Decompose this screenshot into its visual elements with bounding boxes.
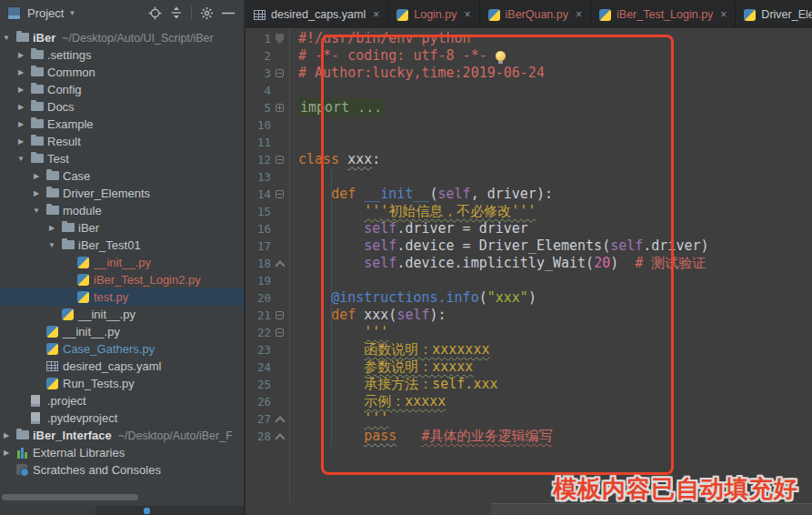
line-number[interactable]: 5 (246, 99, 271, 116)
line-number[interactable]: 27 (246, 410, 271, 428)
expand-arrow-icon[interactable]: ▶ (1, 444, 12, 461)
line-number[interactable]: 10 (246, 116, 271, 134)
code-line-11[interactable]: 11 (246, 134, 812, 151)
expand-arrow-icon[interactable]: ▶ (15, 116, 26, 133)
code-line-22[interactable]: 22 ''' (246, 324, 812, 341)
fold-marker-minus-icon[interactable] (275, 307, 286, 324)
line-number[interactable]: 21 (246, 307, 271, 324)
code-line-16[interactable]: 16 self.driver = driver (246, 220, 812, 237)
code-line-23[interactable]: 23 函数说明：xxxxxxx (246, 341, 812, 358)
fold-marker-tag-icon[interactable] (275, 30, 286, 47)
code-line-10[interactable]: 10 (246, 116, 812, 134)
tree-item-Docs[interactable]: ▶Docs (0, 98, 244, 116)
tree-item-iBer_Test01[interactable]: ▼iBer_Test01 (0, 237, 244, 254)
line-number[interactable]: 22 (246, 324, 271, 341)
collapse-arrow-icon[interactable]: ▼ (46, 237, 57, 254)
project-panel-title[interactable]: Project (27, 6, 64, 20)
code-line-25[interactable]: 25 承接方法：self.xxx (246, 376, 812, 393)
tree-item-iBer_Test_Login2.py[interactable]: iBer_Test_Login2.py (0, 271, 244, 288)
code-line-15[interactable]: 15 '''初始信息，不必修改''' (246, 203, 812, 220)
tree-item-Scratches-and-Consoles[interactable]: Scratches and Consoles (0, 461, 244, 479)
code-line-17[interactable]: 17 self.device = Driver_Elements(self.dr… (246, 237, 812, 255)
tree-item-module[interactable]: ▼module (0, 202, 244, 219)
tree-item-Driver_Elements[interactable]: ▶Driver_Elements (0, 185, 244, 202)
expand-arrow-icon[interactable]: ▶ (31, 185, 42, 202)
fold-marker-up-icon[interactable] (275, 428, 286, 445)
tab-iBer_Test_Login.py[interactable]: iBer_Test_Login.py× (591, 2, 736, 27)
expand-arrow-icon[interactable]: ▶ (15, 133, 26, 150)
line-number[interactable]: 16 (246, 220, 271, 237)
expand-arrow-icon[interactable]: ▶ (31, 167, 42, 185)
tree-item-Common[interactable]: ▶Common (0, 64, 244, 81)
chevron-down-icon[interactable]: ▼ (68, 9, 75, 17)
tree-item-Case[interactable]: ▶Case (0, 167, 244, 185)
tree-item-Result[interactable]: ▶Result (0, 133, 244, 150)
locate-icon[interactable] (148, 6, 162, 20)
line-number[interactable]: 23 (246, 341, 271, 358)
line-number[interactable]: 15 (246, 203, 271, 220)
tree-item-Example[interactable]: ▶Example (0, 116, 244, 133)
expand-arrow-icon[interactable]: ▶ (15, 64, 26, 81)
tree-item-test.py[interactable]: test.py (0, 288, 244, 306)
collapse-arrow-icon[interactable]: ▼ (1, 29, 12, 46)
tab-iBerQuan.py[interactable]: iBerQuan.py× (480, 2, 592, 27)
tree-item-__init__.py[interactable]: __init__.py (0, 254, 244, 271)
code-line-13[interactable]: 13 (246, 168, 812, 186)
code-line-2[interactable]: 2# -*- coding: utf-8 -*- (246, 47, 812, 65)
expand-arrow-icon[interactable]: ▶ (1, 427, 12, 444)
tree-item-iBer[interactable]: ▶iBer (0, 219, 244, 237)
settings-icon[interactable] (200, 6, 214, 20)
tree-item-External-Libraries[interactable]: ▶External Libraries (0, 444, 244, 461)
line-number[interactable]: 2 (246, 47, 271, 65)
line-number[interactable]: 12 (246, 151, 271, 168)
expand-arrow-icon[interactable]: ▶ (15, 98, 26, 116)
fold-marker-plus-icon[interactable] (275, 99, 286, 116)
hide-panel-icon[interactable]: — (222, 8, 235, 17)
horizontal-scrollbar-thumb[interactable] (2, 494, 138, 500)
code-line-3[interactable]: 3# Author:lucky,time:2019-06-24 (246, 65, 812, 82)
line-number[interactable]: 20 (246, 289, 271, 307)
tree-item-iBer_Interface[interactable]: ▶iBer_Interface~/Desktop/Auto/iBer_F (0, 427, 244, 444)
line-number[interactable]: 18 (246, 255, 271, 272)
line-number[interactable]: 24 (246, 358, 271, 376)
expand-arrow-icon[interactable]: ▶ (15, 81, 26, 98)
code-line-5[interactable]: 5import ... (246, 99, 812, 116)
tab-Login.py[interactable]: Login.py× (388, 2, 479, 27)
close-tab-icon[interactable]: × (576, 8, 582, 21)
line-number[interactable]: 4 (246, 82, 271, 99)
intention-bulb-icon[interactable] (496, 51, 506, 61)
tree-item-.project[interactable]: .project (0, 392, 244, 409)
tree-item-Run_Tests.py[interactable]: Run_Tests.py (0, 375, 244, 392)
line-number[interactable]: 19 (246, 272, 271, 289)
tree-item-Case_Gathers.py[interactable]: Case_Gathers.py (0, 340, 244, 358)
line-number[interactable]: 17 (246, 237, 271, 255)
line-number[interactable]: 13 (246, 168, 271, 186)
line-number[interactable]: 28 (246, 428, 271, 445)
line-number[interactable]: 26 (246, 393, 271, 410)
code-line-1[interactable]: 1#!/usr/bin/env python (246, 30, 812, 47)
code-line-18[interactable]: 18 self.device.implicitly_Wait(20) # 测试验… (246, 255, 812, 272)
code-line-20[interactable]: 20 @instructions.info("xxx") (246, 289, 812, 307)
fold-marker-minus-icon[interactable] (275, 65, 286, 82)
tab-desired_caps.yaml[interactable]: desired_caps.yaml× (246, 2, 388, 27)
collapse-arrow-icon[interactable]: ▼ (31, 202, 42, 219)
tree-item-__init__.py[interactable]: __init__.py (0, 323, 244, 340)
code-line-27[interactable]: 27 ''' (246, 410, 812, 428)
tree-item-.settings[interactable]: ▶.settings (0, 46, 244, 64)
fold-marker-up-icon[interactable] (275, 255, 286, 272)
code-line-24[interactable]: 24 参数说明：xxxxx (246, 358, 812, 376)
tree-item-iBer[interactable]: ▼iBer~/Desktop/Auto/UI_Script/iBer (0, 29, 244, 46)
tree-item-Test[interactable]: ▼Test (0, 150, 244, 167)
code-line-19[interactable]: 19 (246, 272, 812, 289)
tab-Driver_Elements.py[interactable]: Driver_Elements.py (736, 2, 812, 27)
tree-item-__init__.py[interactable]: __init__.py (0, 306, 244, 323)
fold-marker-minus-icon[interactable] (275, 151, 286, 168)
close-tab-icon[interactable]: × (465, 8, 471, 21)
fold-marker-minus-icon[interactable] (275, 324, 286, 341)
line-number[interactable]: 14 (246, 186, 271, 203)
collapse-all-icon[interactable] (170, 6, 183, 19)
tree-item-desired_caps.yaml[interactable]: desired_caps.yaml (0, 358, 244, 375)
code-line-21[interactable]: 21 def xxx(self): (246, 307, 812, 324)
line-number[interactable]: 1 (246, 30, 271, 47)
tree-item-.pydevproject[interactable]: .pydevproject (0, 409, 244, 427)
